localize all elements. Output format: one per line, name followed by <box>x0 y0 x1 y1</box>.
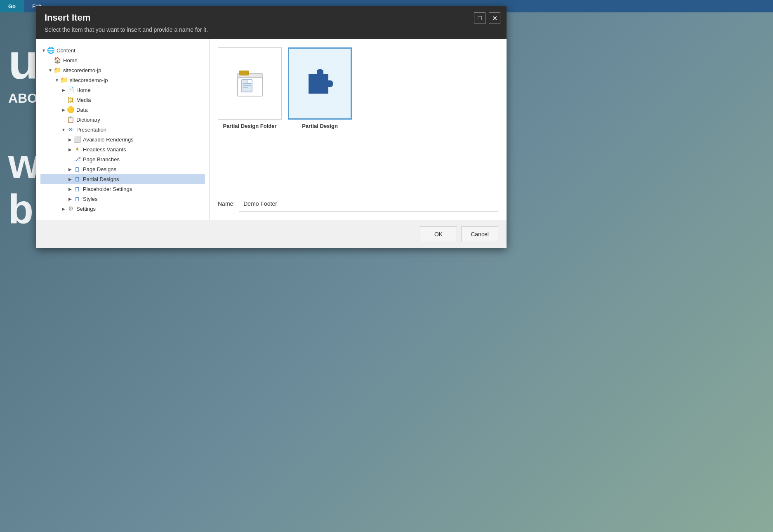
tree-label-partial-designs: Partial Designs <box>83 176 119 182</box>
tree-item-headless-variants[interactable]: ✦Headless Variants <box>40 144 205 154</box>
partial-icon: 🗒 <box>73 175 81 183</box>
tree-arrow-styles <box>67 195 73 202</box>
tree-label-home: Home <box>76 87 91 93</box>
eye-icon: 👁 <box>67 126 74 133</box>
name-row: Name: <box>218 188 498 212</box>
tree-item-sitecoredemo-jp-1[interactable]: 📁sitecoredemo-jp <box>40 65 205 75</box>
close-button[interactable]: ✕ <box>489 12 500 24</box>
tree-label-media: Media <box>76 97 91 103</box>
tree-item-page-branches[interactable]: ⎇Page Branches <box>40 154 205 164</box>
grid-item-partial-design[interactable]: Partial Design <box>288 47 352 129</box>
tree-item-sitecoredemo-jp-2[interactable]: 📁sitecoredemo-jp <box>40 75 205 85</box>
tree-arrow-partial-designs <box>67 176 73 182</box>
tree-arrow-placeholder-settings <box>67 186 73 192</box>
variants-icon: ✦ <box>73 146 81 153</box>
name-label: Name: <box>218 200 235 207</box>
tree-label-sitecoredemo-jp-1: sitecoredemo-jp <box>63 67 101 73</box>
designs-icon: 🗒 <box>73 165 81 173</box>
dialog-header-buttons: □ ✕ <box>474 12 500 24</box>
data-icon: 🟡 <box>67 106 74 113</box>
tree-item-available-renderings[interactable]: ⬜Available Renderings <box>40 134 205 144</box>
tree-item-placeholder-settings[interactable]: 🗒Placeholder Settings <box>40 184 205 194</box>
settings-gear-icon: ⚙ <box>67 205 74 212</box>
cancel-button[interactable]: Cancel <box>461 226 498 242</box>
tree-label-settings: Settings <box>76 206 96 212</box>
tree-label-available-renderings: Available Renderings <box>83 137 134 143</box>
tree-item-media[interactable]: 🖼Media <box>40 95 205 105</box>
tree-arrow-media <box>60 97 67 103</box>
nav-tab-go[interactable]: Go <box>0 0 24 12</box>
tree-arrow-home <box>60 87 67 93</box>
tree-arrow-presentation <box>60 126 67 133</box>
tree-arrow-sitecoredemo-jp-1 <box>47 67 54 73</box>
tree-arrow-page-designs <box>67 166 73 172</box>
tree-item-partial-designs[interactable]: 🗒Partial Designs <box>40 174 205 184</box>
tree-label-headless-variants: Headless Variants <box>83 146 126 153</box>
grid-item-partial-design-folder[interactable]: Partial Design Folder <box>218 47 282 129</box>
grid-item-icon-wrapper-partial-design-folder <box>218 47 282 120</box>
maximize-button[interactable]: □ <box>474 12 485 24</box>
tree-arrow-page-branches <box>67 156 73 162</box>
tree-arrow-content <box>40 47 47 54</box>
ok-button[interactable]: OK <box>420 226 457 242</box>
dialog-footer: OK Cancel <box>36 220 507 248</box>
name-input[interactable] <box>239 196 498 212</box>
tree-arrow-available-renderings <box>67 136 73 143</box>
page-icon: 📄 <box>67 86 74 94</box>
dialog-subtitle: Select the item that you want to insert … <box>45 26 498 33</box>
tree-label-home-top: Home <box>63 57 78 64</box>
styles-icon: 🗒 <box>73 195 81 202</box>
tree-label-page-designs: Page Designs <box>83 166 116 172</box>
tree-panel: 🌐Content🏠Home📁sitecoredemo-jp📁sitecorede… <box>36 39 210 220</box>
dialog-body: 🌐Content🏠Home📁sitecoredemo-jp📁sitecorede… <box>36 39 507 220</box>
dialog-title: Insert Item <box>45 12 498 23</box>
tree-label-placeholder-settings: Placeholder Settings <box>83 186 132 192</box>
tree-item-content[interactable]: 🌐Content <box>40 45 205 55</box>
tree-item-data[interactable]: 🟡Data <box>40 105 205 115</box>
placeholder-icon: 🗒 <box>73 185 81 193</box>
tree-label-dictionary: Dictionary <box>76 117 100 123</box>
tree-arrow-dictionary <box>60 116 67 123</box>
tree-arrow-settings <box>60 205 67 212</box>
tree-label-content: Content <box>57 47 75 54</box>
insert-item-dialog: Insert Item Select the item that you wan… <box>36 6 507 248</box>
tree-arrow-home-top <box>47 57 54 64</box>
dialog-header: Insert Item Select the item that you wan… <box>36 6 507 39</box>
tree-label-sitecoredemo-jp-2: sitecoredemo-jp <box>70 77 108 83</box>
branches-icon: ⎇ <box>73 155 81 163</box>
tree-item-home-top[interactable]: 🏠Home <box>40 55 205 65</box>
tree-arrow-headless-variants <box>67 146 73 153</box>
tree-label-styles: Styles <box>83 196 97 202</box>
grid-item-label-partial-design-folder: Partial Design Folder <box>223 123 276 129</box>
home-icon: 🏠 <box>54 56 61 64</box>
globe-icon: 🌐 <box>47 47 54 54</box>
tree-label-page-branches: Page Branches <box>83 156 120 162</box>
dict-icon: 📋 <box>67 116 74 123</box>
folder-dark-icon: 📁 <box>54 66 61 74</box>
folder-icon: 📁 <box>60 76 68 84</box>
svg-rect-3 <box>248 80 252 84</box>
tree-item-page-designs[interactable]: 🗒Page Designs <box>40 164 205 174</box>
tree-item-dictionary[interactable]: 📋Dictionary <box>40 115 205 125</box>
tree-item-settings[interactable]: ⚙Settings <box>40 204 205 214</box>
media-icon: 🖼 <box>67 96 74 104</box>
tree-label-data: Data <box>76 107 87 113</box>
grid-item-label-partial-design: Partial Design <box>302 123 338 129</box>
tree-item-home[interactable]: 📄Home <box>40 85 205 95</box>
tree-item-presentation[interactable]: 👁Presentation <box>40 125 205 134</box>
tree-arrow-data <box>60 106 67 113</box>
tree-item-styles[interactable]: 🗒Styles <box>40 194 205 204</box>
tree-arrow-sitecoredemo-jp-2 <box>54 77 60 83</box>
items-grid: Partial Design Folder Partial Design <box>218 47 498 179</box>
grid-item-icon-wrapper-partial-design <box>288 47 352 120</box>
renderings-icon: ⬜ <box>73 136 81 143</box>
tree-label-presentation: Presentation <box>76 127 106 133</box>
svg-rect-7 <box>239 71 249 75</box>
content-panel: Partial Design Folder Partial Design Nam… <box>210 39 507 220</box>
